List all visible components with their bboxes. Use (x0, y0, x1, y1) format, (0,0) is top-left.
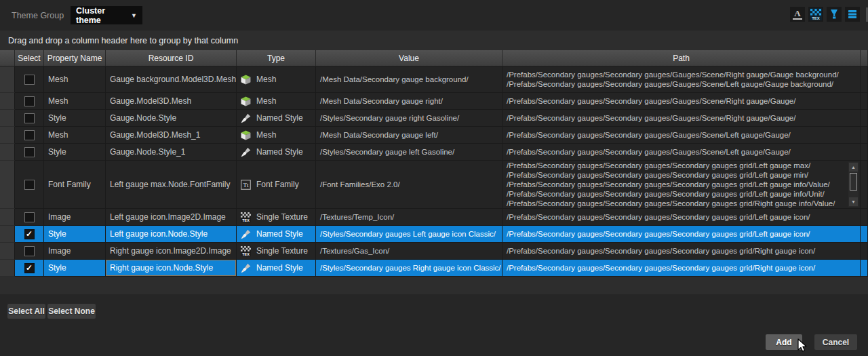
row-select-cell (15, 226, 44, 243)
add-button[interactable]: Add (766, 334, 802, 350)
row-indicator (0, 243, 15, 260)
cell-resource-id: Right gauge icon.Image2D.Image (106, 243, 237, 260)
table-row[interactable]: Mesh Gauge.Model3D.Mesh_1 Mesh /Mesh Dat… (0, 127, 868, 144)
select-all-button[interactable]: Select All (7, 304, 45, 319)
row-checkbox[interactable] (24, 229, 35, 239)
single-texture-icon: TEX (241, 246, 251, 256)
row-select-cell (15, 66, 44, 93)
table-row[interactable]: Image Left gauge icon.Image2D.Image TEX … (0, 209, 868, 226)
row-indicator (0, 260, 15, 277)
row-select-cell (15, 260, 44, 277)
cell-resource-id: Left gauge icon.Image2D.Image (106, 209, 237, 226)
svg-text:Tt: Tt (243, 182, 249, 189)
table-row[interactable]: Mesh Gauge.Model3D.Mesh Mesh /Mesh Data/… (0, 93, 868, 110)
mesh-icon (241, 130, 251, 140)
row-checkbox[interactable] (24, 130, 35, 140)
scroll-thumb[interactable] (850, 173, 857, 191)
cell-value: /Styles/Secondary gauges Left gauge icon… (316, 226, 502, 243)
cell-property-name: Font Family (44, 161, 106, 209)
row-indicator (0, 226, 15, 243)
row-select-cell (15, 93, 44, 110)
row-checkbox[interactable] (24, 96, 35, 106)
row-stub (861, 226, 868, 243)
row-indicator (0, 144, 15, 161)
texture-icon[interactable]: TEX (808, 7, 823, 22)
cell-type: TEX Single Texture (237, 243, 316, 260)
named-style-icon (241, 147, 251, 157)
resource-table: Mesh Gauge background.Model3D.Mesh Mesh … (0, 66, 868, 277)
cell-path: /Prefabs/Secondary gauges/Secondary gaug… (502, 127, 861, 144)
named-style-icon (241, 229, 251, 239)
column-header-type[interactable]: Type (237, 50, 316, 66)
cell-value: /Textures/Gas_Icon/ (316, 243, 502, 260)
scroll-down-icon[interactable]: ▼ (849, 197, 858, 206)
table-row[interactable]: Image Right gauge icon.Image2D.Image TEX… (0, 243, 868, 260)
cell-value: /Mesh Data/Secondary gauge right/ (316, 93, 502, 110)
group-by-drop-zone[interactable]: Drag and drop a column header here to gr… (0, 31, 868, 50)
cell-type: Named Style (237, 144, 316, 161)
named-style-icon (241, 113, 251, 123)
cell-value: /Styles/Secondary gauge right Gasoline/ (316, 110, 502, 127)
row-indicator (0, 161, 15, 209)
path-cell-scrollbar[interactable]: ▲▼ (848, 162, 859, 207)
column-header-value[interactable]: Value (316, 50, 502, 66)
table-header-row: SelectProperty NameResource IDTypeValueP… (0, 50, 868, 66)
cell-path: /Prefabs/Secondary gauges/Secondary gaug… (502, 66, 861, 93)
row-checkbox[interactable] (24, 147, 35, 157)
column-header-resource-id[interactable]: Resource ID (106, 50, 237, 66)
column-header-select[interactable]: Select (15, 50, 44, 66)
table-row[interactable]: Style Gauge.Node.Style Named Style /Styl… (0, 110, 868, 127)
cancel-button[interactable]: Cancel (814, 334, 857, 350)
svg-text:TEX: TEX (242, 252, 250, 256)
table-row[interactable]: Style Gauge.Node.Style_1 Named Style /St… (0, 144, 868, 161)
cell-path: /Prefabs/Secondary gauges/Secondary gaug… (502, 161, 861, 209)
row-indicator (0, 110, 15, 127)
row-checkbox[interactable] (24, 113, 35, 123)
font-icon[interactable]: A (790, 7, 805, 22)
named-style-icon (241, 263, 251, 273)
cell-property-name: Mesh (44, 127, 106, 144)
toolbar-icon-group: A TEX (790, 7, 860, 22)
brush-icon[interactable] (827, 7, 842, 22)
table-empty-area (0, 277, 868, 294)
scroll-up-icon[interactable]: ▲ (849, 163, 858, 172)
column-header-property-name[interactable]: Property Name (44, 50, 106, 66)
cell-path: /Prefabs/Secondary gauges/Secondary gaug… (502, 209, 861, 226)
row-checkbox[interactable] (24, 246, 35, 256)
row-stub (861, 243, 868, 260)
cell-property-name: Image (44, 243, 106, 260)
table-row[interactable]: Mesh Gauge background.Model3D.Mesh Mesh … (0, 66, 868, 93)
column-header-path[interactable]: Path (502, 50, 861, 66)
single-texture-icon: TEX (241, 212, 251, 222)
theme-dropdown[interactable]: Cluster theme ▼ (71, 6, 142, 24)
cell-property-name: Style (44, 226, 106, 243)
cell-path: /Prefabs/Secondary gauges/Secondary gaug… (502, 93, 861, 110)
row-stub (861, 110, 868, 127)
row-checkbox[interactable] (24, 180, 35, 190)
cell-path: /Prefabs/Secondary gauges/Secondary gaug… (502, 260, 861, 277)
table-row[interactable]: Style Left gauge icon.Node.Style Named S… (0, 226, 868, 243)
cell-resource-id: Gauge.Model3D.Mesh (106, 93, 237, 110)
row-checkbox[interactable] (24, 75, 35, 85)
table-row[interactable]: Font Family Left gauge max.Node.FontFami… (0, 161, 868, 209)
row-select-cell (15, 127, 44, 144)
cell-path: /Prefabs/Secondary gauges/Secondary gaug… (502, 110, 861, 127)
cell-resource-id: Gauge.Model3D.Mesh_1 (106, 127, 237, 144)
svg-text:TEX: TEX (812, 16, 820, 20)
cell-resource-id: Left gauge max.Node.FontFamily (106, 161, 237, 209)
table-row[interactable]: Style Right gauge icon.Node.Style Named … (0, 260, 868, 277)
cell-value: /Styles/Secondary gauge left Gasoline/ (316, 144, 502, 161)
row-stub (861, 260, 868, 277)
row-stub (861, 127, 868, 144)
row-select-cell (15, 144, 44, 161)
cell-resource-id: Right gauge icon.Node.Style (106, 260, 237, 277)
row-select-cell (15, 209, 44, 226)
row-checkbox[interactable] (24, 263, 35, 273)
list-icon[interactable] (845, 7, 860, 22)
cell-type: Mesh (237, 66, 316, 93)
row-checkbox[interactable] (24, 212, 35, 222)
row-stub (861, 144, 868, 161)
svg-text:TEX: TEX (242, 218, 250, 222)
select-none-button[interactable]: Select None (47, 304, 96, 319)
cell-property-name: Image (44, 209, 106, 226)
